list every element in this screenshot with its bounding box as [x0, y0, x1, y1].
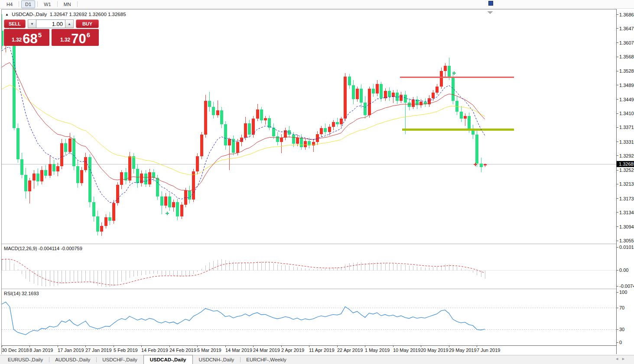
macd-signal-line: [2, 259, 485, 285]
axis-tick: [617, 155, 618, 156]
chart-shift-marker-icon[interactable]: [488, 11, 493, 14]
axis-tick: [617, 28, 618, 29]
date-axis-label: 24 Feb 2019: [169, 348, 196, 353]
macd-label: MACD(12,26,9) -0.004114 -0.000759: [4, 246, 82, 251]
price-axis-label: 1.33710: [619, 125, 634, 130]
date-axis-label: 7 Jun 2019: [477, 348, 500, 353]
date-tick: [477, 346, 477, 347]
ma-fast-line: [2, 47, 485, 203]
price-axis-label: 1.36470: [619, 26, 634, 31]
macd-axis-label: 0.00: [619, 267, 628, 273]
axis-tick: [617, 342, 618, 343]
tab-scroll-left-icon: ◄: [615, 357, 621, 361]
price-axis-label: 1.35680: [619, 54, 634, 59]
tab-scroll-right-icon: ►: [621, 357, 628, 361]
axis-tick: [617, 113, 618, 114]
date-tick: [365, 346, 365, 347]
price-axis-label: 1.30940: [619, 224, 634, 229]
toolbar-separator: [57, 1, 58, 7]
price-axis-label: 1.34490: [619, 97, 634, 102]
date-tick: [2, 346, 2, 347]
axis-tick: [617, 286, 618, 287]
buy-price-button[interactable]: 1.32 70 6: [52, 29, 99, 46]
chart-title: ▲ USDCAD-,Daily 1.32647 1.32692 1.32600 …: [5, 12, 126, 17]
rsi-axis-label: 70: [619, 305, 624, 310]
date-axis-label: 17 Jan 2019: [58, 348, 84, 353]
date-tick: [29, 346, 30, 347]
macd-pane-canvas[interactable]: [2, 245, 616, 289]
ma-mid-line: [2, 63, 485, 191]
date-tick: [337, 346, 338, 347]
date-axis[interactable]: 30 Dec 20188 Jan 201917 Jan 201927 Jan 2…: [2, 345, 616, 354]
date-axis-label: 8 Jan 2019: [29, 348, 53, 353]
date-tick: [85, 346, 86, 347]
chart-tab-eurusd[interactable]: EURUSD-,Daily: [2, 355, 49, 364]
axis-tick: [617, 99, 618, 100]
rsi-axis-label: 0: [619, 340, 622, 345]
chart-tab-usdcnh[interactable]: USDCNH-,Daily: [193, 355, 241, 364]
tab-scroll-arrows[interactable]: ◄►: [615, 357, 628, 361]
axis-tick: [617, 329, 618, 330]
sell-button[interactable]: SELL: [4, 19, 26, 28]
date-axis-label: 5 Mar 2019: [197, 348, 221, 353]
collapse-triangle-icon[interactable]: ▲: [5, 13, 9, 16]
price-axis[interactable]: 1.368601.364701.360701.356801.352801.348…: [616, 9, 634, 354]
price-axis-label: 1.36070: [619, 40, 634, 45]
axis-tick: [617, 198, 618, 199]
price-axis-label: 1.32130: [619, 181, 634, 187]
timeframe-button-mn[interactable]: MN: [60, 0, 75, 8]
price-axis-label: 1.34100: [619, 111, 634, 116]
volume-increase-button[interactable]: ▲: [65, 19, 74, 28]
date-axis-label: 5 Feb 2019: [114, 348, 138, 353]
toolbar-separator: [19, 1, 19, 7]
chart-tab-bar: EURUSD-,DailyAUDUSD-,DailyUSDCHF-,DailyU…: [0, 355, 634, 364]
axis-tick: [617, 57, 618, 57]
window-mini-icon[interactable]: [488, 1, 493, 6]
candles-layer: [2, 14, 487, 236]
date-axis-label: 14 Feb 2019: [141, 348, 168, 353]
axis-tick: [617, 308, 618, 308]
chart-tab-audusd[interactable]: AUDUSD-,Daily: [49, 355, 96, 364]
date-axis-label: 20 May 2019: [421, 348, 449, 353]
axis-tick: [617, 247, 618, 248]
date-tick: [449, 346, 449, 347]
axis-tick: [617, 292, 618, 293]
axis-tick: [617, 14, 618, 15]
date-tick: [393, 346, 393, 347]
date-axis-label: 10 May 2019: [393, 348, 421, 353]
rsi-pane-canvas[interactable]: [2, 290, 616, 345]
chart-tab-eurchf[interactable]: EURCHF-,Weekly: [240, 355, 292, 364]
toolbar-separator: [77, 1, 78, 7]
timeframe-toolbar: H4D1W1MN: [0, 0, 634, 9]
rsi-axis-label: 30: [619, 327, 624, 332]
timeframe-button-d1[interactable]: D1: [21, 0, 35, 8]
axis-tick: [617, 170, 618, 171]
date-tick: [141, 346, 142, 347]
timeframe-button-w1[interactable]: W1: [40, 0, 55, 8]
date-axis-label: 27 Jan 2019: [85, 348, 112, 353]
date-tick: [197, 346, 198, 347]
volume-decrease-button[interactable]: ▼: [28, 19, 36, 28]
macd-axis-label: 0.010199: [619, 245, 634, 250]
date-tick: [421, 346, 421, 347]
chart-ohlc-values: 1.32647 1.32692 1.32600 1.32685: [50, 12, 126, 17]
timeframe-button-h4[interactable]: H4: [3, 0, 16, 8]
price-axis-label: 1.32920: [619, 153, 634, 158]
date-axis-label: 30 Dec 2018: [2, 348, 29, 353]
chart-symbol-period: USDCAD-,Daily: [12, 12, 47, 17]
chart-tab-usdcad[interactable]: USDCAD-,Daily: [143, 355, 193, 364]
chart-tab-usdchf[interactable]: USDCHF-,Daily: [96, 355, 143, 364]
macd-axis-label: -0.007476: [619, 283, 634, 289]
price-axis-label: 1.33310: [619, 139, 634, 145]
price-axis-label: 1.32520: [619, 168, 634, 173]
volume-input[interactable]: [36, 19, 65, 28]
rsi-label: RSI(14) 32.1693: [4, 291, 39, 296]
sell-price-button[interactable]: 1.32 68 5: [4, 29, 49, 46]
price-axis-label: 1.35280: [619, 68, 634, 74]
axis-tick: [617, 226, 618, 227]
one-click-trade-panel: SELL ▼ ▲ BUY 1.32 68 5 1.32 70 6: [4, 19, 99, 46]
buy-button[interactable]: BUY: [76, 19, 99, 28]
mt4-application: H4D1W1MN ▲ USDCAD-,Daily 1.32647 1.32692…: [0, 0, 634, 364]
axis-tick: [617, 241, 618, 241]
price-axis-label: 1.30550: [619, 238, 634, 243]
